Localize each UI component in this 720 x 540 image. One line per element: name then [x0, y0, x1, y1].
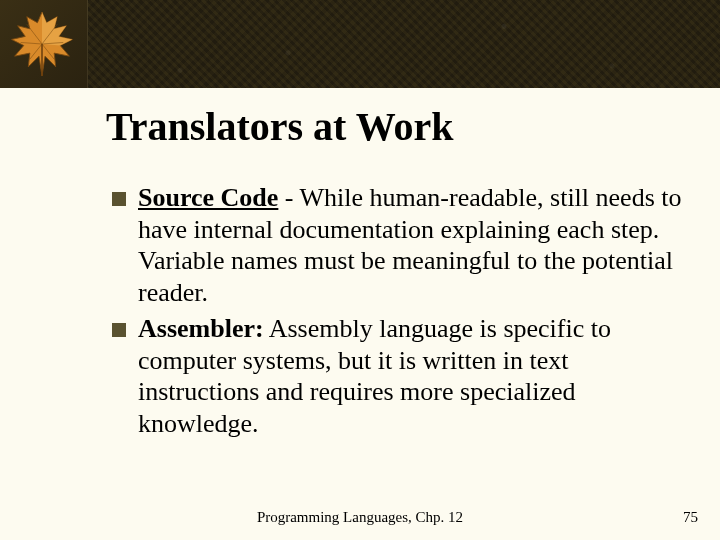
- bullet-list: Source Code - While human-readable, stil…: [106, 182, 692, 440]
- bullet-term: Assembler:: [138, 314, 264, 343]
- slide-content: Translators at Work Source Code - While …: [88, 88, 720, 540]
- bullet-item: Assembler: Assembly language is specific…: [110, 313, 692, 440]
- bullet-item: Source Code - While human-readable, stil…: [110, 182, 692, 309]
- slide-title: Translators at Work: [106, 106, 692, 148]
- header-texture-band: [0, 0, 720, 88]
- footer-text: Programming Languages, Chp. 12: [0, 509, 720, 526]
- bullet-term: Source Code: [138, 183, 278, 212]
- bullet-sep: -: [278, 183, 299, 212]
- left-margin-band: [0, 88, 88, 540]
- page-number: 75: [683, 509, 698, 526]
- maple-leaf-icon: [4, 6, 80, 82]
